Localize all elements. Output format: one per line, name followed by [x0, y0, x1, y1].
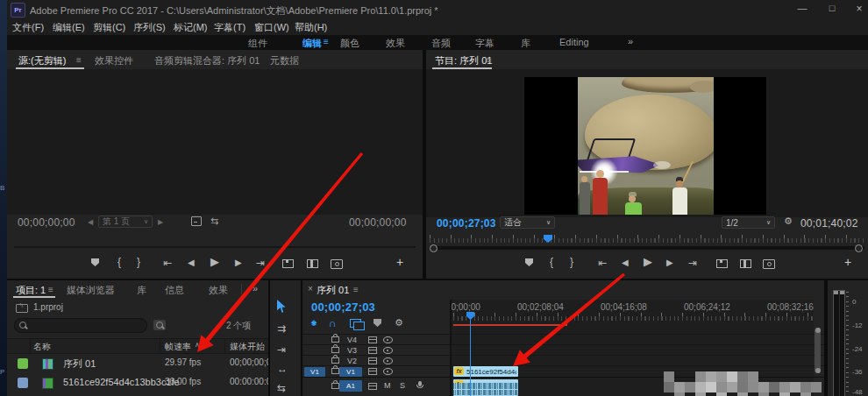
fit-dropdown[interactable]: 适合 ∨	[500, 216, 555, 229]
tab-info[interactable]: 信息	[165, 284, 184, 297]
mark-out-icon[interactable]: }	[137, 257, 140, 267]
timeline-playhead-line[interactable]	[470, 314, 471, 396]
track-lock-icon[interactable]	[331, 368, 339, 374]
go-to-in-icon[interactable]: ⇤	[598, 258, 607, 268]
program-scrub-track[interactable]	[430, 246, 864, 250]
snap-magnet-icon[interactable]: ∩	[329, 317, 337, 329]
mark-out-icon[interactable]: }	[570, 257, 573, 267]
track-lock-icon[interactable]	[331, 357, 339, 364]
tab-audio-clip-mixer[interactable]: 音频剪辑混合器: 序列 01	[154, 54, 260, 67]
sync-lock-icon[interactable]	[368, 357, 377, 364]
timeline-current-timecode[interactable]: 00;00;27;03	[311, 301, 375, 314]
export-frame-icon[interactable]	[763, 259, 775, 269]
solo-button[interactable]: S	[400, 381, 405, 390]
close-button[interactable]: ×	[847, 3, 868, 15]
timeline-video-clip[interactable]: fx 5161ce92f54d4c13bb3c1fe	[453, 366, 518, 377]
column-media-start[interactable]: 媒体开始	[230, 341, 265, 353]
track-output-eye-icon[interactable]	[383, 357, 393, 364]
page-prev-icon[interactable]: ◀	[88, 218, 93, 226]
track-name-v3[interactable]: V3	[347, 346, 357, 355]
label-color-chip[interactable]	[18, 378, 28, 388]
workspace-color[interactable]: 颜色	[340, 37, 359, 50]
timeline-audio-clip[interactable]: fx	[453, 379, 518, 396]
sync-lock-icon[interactable]	[368, 383, 377, 390]
source-patch-v1[interactable]: V1	[304, 367, 325, 377]
settings-box-icon[interactable]	[191, 216, 202, 226]
menu-title[interactable]: 字幕(T)	[214, 21, 245, 34]
track-lock-icon[interactable]	[331, 336, 339, 343]
sync-lock-icon[interactable]	[368, 347, 377, 354]
tab-effects[interactable]: 效果	[209, 284, 228, 297]
track-select-tool-icon[interactable]: ⇉	[277, 322, 286, 335]
tab-media-browser[interactable]: 媒体浏览器	[67, 284, 115, 297]
mute-button[interactable]: M	[384, 381, 391, 390]
menu-clip[interactable]: 剪辑(C)	[93, 21, 125, 34]
workspace-titles[interactable]: 字幕	[475, 37, 494, 50]
tab-timeline-sequence[interactable]: 序列 01	[317, 284, 349, 297]
timeline-panel-menu-icon[interactable]: ≡	[353, 285, 359, 294]
go-to-out-icon[interactable]: ⇥	[688, 258, 697, 268]
playback-resolution-dropdown[interactable]: 1/2 ∨	[722, 216, 775, 229]
navigate-up-icon[interactable]	[16, 304, 28, 313]
mark-in-icon[interactable]: {	[117, 257, 121, 267]
page-next-icon[interactable]: ▶	[158, 218, 163, 226]
step-forward-icon[interactable]: ▶	[666, 258, 673, 267]
tab-project[interactable]: 项目: 1	[16, 284, 46, 297]
export-frame-icon[interactable]	[331, 259, 343, 269]
nest-sequence-icon[interactable]	[309, 318, 319, 329]
track-lock-icon[interactable]	[331, 383, 339, 389]
extract-icon[interactable]	[740, 259, 751, 268]
search-input[interactable]	[14, 318, 147, 333]
track-name-a1[interactable]: A1	[339, 380, 362, 392]
workspace-editing-en[interactable]: Editing	[559, 37, 589, 47]
rate-stretch-tool-icon[interactable]: ⇆	[277, 382, 286, 394]
program-current-timecode[interactable]: 00;00;27;03	[437, 217, 496, 230]
sync-lock-icon[interactable]	[368, 336, 377, 343]
timeline-content[interactable]: 00;00;00;00 00;02;08;04 00;04;16;08 00;0…	[452, 300, 814, 396]
tab-metadata[interactable]: 元数据	[270, 54, 299, 67]
workspace-effects[interactable]: 效果	[386, 37, 405, 50]
menu-marker[interactable]: 标记(M)	[174, 21, 208, 34]
track-lock-icon[interactable]	[331, 347, 339, 353]
sync-lock-icon[interactable]	[368, 368, 377, 375]
step-back-icon[interactable]: ◀	[188, 258, 195, 267]
label-color-chip[interactable]	[18, 358, 28, 369]
menu-edit[interactable]: 编辑(E)	[53, 21, 85, 34]
minimize-button[interactable]: —	[789, 3, 815, 13]
tab-program[interactable]: 节目: 序列 01	[435, 54, 492, 67]
voiceover-mic-icon[interactable]	[418, 381, 422, 386]
play-icon[interactable]: ▶	[210, 256, 219, 267]
timeline-settings-wrench-icon[interactable]: ⚙	[395, 317, 403, 329]
tab-libraries[interactable]: 库	[137, 284, 146, 297]
workspace-overflow-icon[interactable]: »	[628, 36, 633, 46]
menu-help[interactable]: 帮助(H)	[295, 21, 327, 34]
add-marker-icon[interactable]	[525, 258, 533, 266]
menu-file[interactable]: 文件(F)	[12, 21, 44, 34]
scrub-handle-left[interactable]	[430, 244, 438, 252]
scrollbar-knob[interactable]	[815, 328, 821, 333]
maximize-button[interactable]: □	[819, 3, 845, 13]
track-name-v2[interactable]: V2	[347, 357, 357, 365]
ripple-edit-tool-icon[interactable]: ⇥	[277, 343, 286, 356]
workspace-editing-cn[interactable]: 编辑	[302, 37, 322, 50]
project-row-clip[interactable]: 5161ce92f54d4c13bb3c1fe 30.00 fps 00:00:…	[7, 373, 268, 393]
source-panel-menu-icon[interactable]: ≡	[76, 55, 82, 65]
step-back-icon[interactable]: ◀	[622, 258, 629, 267]
project-row-sequence[interactable]: 序列 01 29.97 fps 00;00;00;00	[7, 353, 268, 373]
linked-selection-icon[interactable]	[350, 319, 361, 328]
step-forward-icon[interactable]: ▶	[235, 258, 242, 267]
timeline-ruler-ticks[interactable]	[453, 316, 814, 321]
track-name-v1[interactable]: V1	[339, 367, 362, 377]
scrollbar-knob[interactable]	[815, 368, 821, 373]
menu-sequence[interactable]: 序列(S)	[133, 21, 166, 34]
button-editor-icon[interactable]: +	[844, 256, 851, 268]
lift-icon[interactable]	[716, 259, 728, 268]
source-current-timecode[interactable]: 00;00;00;00	[18, 216, 75, 229]
play-icon[interactable]: ▶	[644, 256, 652, 267]
go-to-in-icon[interactable]: ⇤	[163, 258, 172, 268]
mark-in-icon[interactable]: {	[550, 257, 553, 267]
menu-window[interactable]: 窗口(W)	[254, 21, 289, 34]
search-button[interactable]	[153, 320, 166, 330]
column-fps[interactable]: 帧速率	[165, 341, 191, 353]
timeline-tab-close-icon[interactable]: ×	[308, 284, 313, 293]
